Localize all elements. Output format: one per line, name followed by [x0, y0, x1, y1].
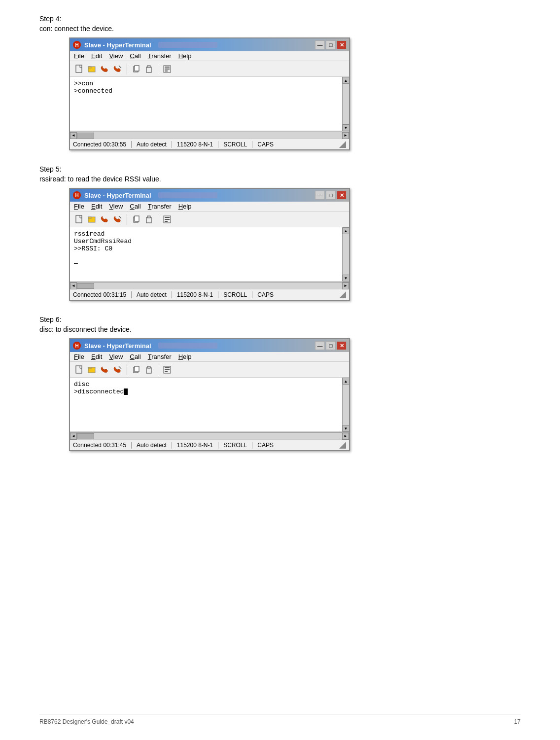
- tool-new[interactable]: [74, 64, 85, 74]
- vscroll-up-5[interactable]: ▲: [343, 227, 350, 234]
- status-connected-step4: Connected 00:30:55: [73, 141, 132, 148]
- tool-open-5[interactable]: [87, 214, 98, 225]
- terminal-content-step4[interactable]: >>con >connected: [70, 77, 342, 131]
- step6-section: Step 6: disc: to disconnect the device. …: [39, 316, 521, 451]
- menu-view-5[interactable]: View: [109, 203, 123, 210]
- hscrollbar-step4[interactable]: ◄ ►: [70, 132, 349, 139]
- tool-props-5[interactable]: [162, 214, 173, 225]
- close-button-6[interactable]: ✕: [337, 341, 347, 350]
- menu-help-6[interactable]: Help: [178, 353, 192, 360]
- minimize-button-6[interactable]: —: [315, 341, 325, 350]
- content-line-5-4: [74, 252, 338, 260]
- menu-help[interactable]: Help: [178, 52, 192, 60]
- svg-rect-13: [165, 70, 168, 71]
- svg-rect-27: [165, 221, 168, 222]
- titlebar-blur-5: [158, 192, 217, 198]
- tool-phone2[interactable]: [112, 64, 123, 74]
- resize-handle-step4[interactable]: [339, 141, 346, 148]
- tool-props[interactable]: [162, 64, 173, 74]
- tool-copy-5[interactable]: [131, 214, 141, 225]
- menu-call-6[interactable]: Call: [130, 353, 140, 360]
- tool-new-6[interactable]: [74, 364, 85, 375]
- tool-new-5[interactable]: [74, 214, 85, 225]
- tool-open[interactable]: [87, 64, 98, 74]
- toolbar-sep1: [127, 64, 127, 74]
- menu-transfer-5[interactable]: Transfer: [148, 203, 172, 210]
- resize-handle-step5[interactable]: [339, 291, 346, 298]
- maximize-button[interactable]: □: [326, 40, 336, 49]
- resize-handle-step6[interactable]: [339, 442, 346, 449]
- hscrollbar-step6[interactable]: ◄ ►: [70, 432, 349, 439]
- tool-copy-6[interactable]: [131, 364, 141, 375]
- hscroll-left[interactable]: ◄: [70, 132, 77, 139]
- window-title-step5: Slave - HyperTerminal: [84, 192, 151, 199]
- tool-phone2-6[interactable]: [112, 364, 123, 375]
- menu-edit-5[interactable]: Edit: [91, 203, 102, 210]
- tool-props-6[interactable]: [162, 364, 173, 375]
- tool-phone1-5[interactable]: [100, 214, 110, 225]
- tool-phone1-6[interactable]: [100, 364, 110, 375]
- menu-edit-6[interactable]: Edit: [91, 353, 102, 360]
- svg-text:H: H: [75, 193, 78, 198]
- vscroll-up-6[interactable]: ▲: [343, 378, 350, 385]
- vscroll-down[interactable]: ▼: [343, 124, 350, 131]
- menu-transfer-6[interactable]: Transfer: [148, 353, 172, 360]
- close-button-5[interactable]: ✕: [337, 191, 347, 200]
- hscroll-right[interactable]: ►: [342, 132, 349, 139]
- status-caps-step6: CAPS: [252, 442, 279, 449]
- menu-view-6[interactable]: View: [109, 353, 123, 360]
- ht-app-icon-5: H: [72, 191, 81, 200]
- status-scroll-step6: SCROLL: [218, 442, 252, 449]
- tool-open-6[interactable]: [87, 364, 98, 375]
- minimize-button-5[interactable]: —: [315, 191, 325, 200]
- menu-view[interactable]: View: [109, 52, 123, 60]
- tool-phone1[interactable]: [100, 64, 110, 74]
- vscroll-down-6[interactable]: ▼: [343, 425, 350, 432]
- vscrollbar-step6[interactable]: ▲ ▼: [342, 378, 349, 432]
- footer-right: 17: [514, 718, 521, 725]
- vscroll-down-5[interactable]: ▼: [343, 275, 350, 282]
- minimize-button[interactable]: —: [315, 40, 325, 49]
- maximize-button-5[interactable]: □: [326, 191, 336, 200]
- menu-transfer[interactable]: Transfer: [148, 52, 172, 60]
- menu-help-5[interactable]: Help: [178, 203, 192, 210]
- cursor-6: [124, 388, 128, 395]
- menu-call[interactable]: Call: [130, 52, 140, 60]
- step6-window: H Slave - HyperTerminal — □ ✕ File Edit …: [69, 338, 350, 451]
- window-controls-step4: — □ ✕: [315, 40, 347, 49]
- close-button[interactable]: ✕: [337, 40, 347, 49]
- footer-left: RB8762 Designer's Guide_draft v04: [39, 718, 134, 725]
- terminal-content-step6[interactable]: disc >disconnected: [70, 378, 342, 432]
- tool-paste-6[interactable]: [143, 364, 154, 375]
- step4-desc: con: connect the device.: [39, 25, 521, 33]
- tool-paste-5[interactable]: [143, 214, 154, 225]
- hscroll-left-6[interactable]: ◄: [70, 433, 77, 440]
- terminal-content-step5[interactable]: rssiread UserCmdRssiRead >>RSSI: C0 —: [70, 227, 342, 282]
- menu-file-5[interactable]: File: [74, 203, 84, 210]
- maximize-button-6[interactable]: □: [326, 341, 336, 350]
- menu-file-6[interactable]: File: [74, 353, 84, 360]
- vscrollbar-step4[interactable]: ▲ ▼: [342, 77, 349, 131]
- vscroll-track: [343, 84, 349, 124]
- step4-label: Step 4:: [39, 15, 521, 23]
- hscroll-right-6[interactable]: ►: [342, 433, 349, 440]
- vscroll-up[interactable]: ▲: [343, 77, 350, 84]
- hscroll-left-5[interactable]: ◄: [70, 282, 77, 289]
- status-baud-step6: 115200 8-N-1: [172, 442, 218, 449]
- hscrollbar-step5[interactable]: ◄ ►: [70, 282, 349, 289]
- vscrollbar-step5[interactable]: ▲ ▼: [342, 227, 349, 282]
- svg-rect-30: [76, 366, 82, 373]
- hscroll-right-5[interactable]: ►: [342, 282, 349, 289]
- menu-edit[interactable]: Edit: [91, 52, 102, 60]
- tool-copy[interactable]: [131, 64, 141, 74]
- svg-text:H: H: [75, 42, 78, 48]
- window-title-step4: Slave - HyperTerminal: [84, 41, 151, 49]
- tool-paste[interactable]: [143, 64, 154, 74]
- svg-rect-40: [165, 369, 170, 370]
- status-connected-step5: Connected 00:31:15: [73, 291, 132, 298]
- content-line-2: >connected: [74, 87, 338, 95]
- menu-call-5[interactable]: Call: [130, 203, 140, 210]
- tool-phone2-5[interactable]: [112, 214, 123, 225]
- menu-file[interactable]: File: [74, 52, 84, 60]
- svg-line-19: [119, 216, 121, 218]
